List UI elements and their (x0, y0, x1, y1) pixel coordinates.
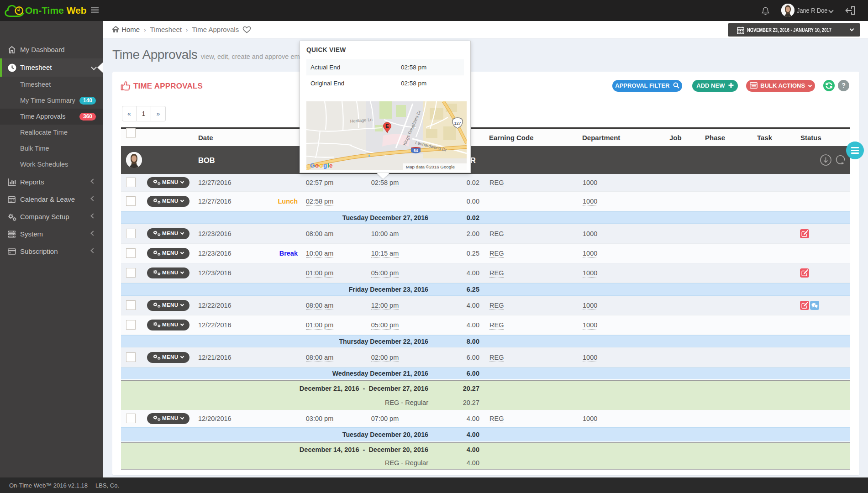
svg-text:G: G (310, 162, 315, 169)
svg-text:E: E (385, 123, 389, 129)
svg-text:64: 64 (414, 148, 418, 153)
svg-text:g: g (323, 162, 327, 169)
svg-text:o: o (315, 162, 319, 169)
svg-text:e: e (329, 162, 333, 169)
svg-text:o: o (319, 162, 323, 169)
svg-text:Map data ©2016 Google: Map data ©2016 Google (406, 164, 455, 169)
svg-text:127: 127 (454, 121, 461, 126)
